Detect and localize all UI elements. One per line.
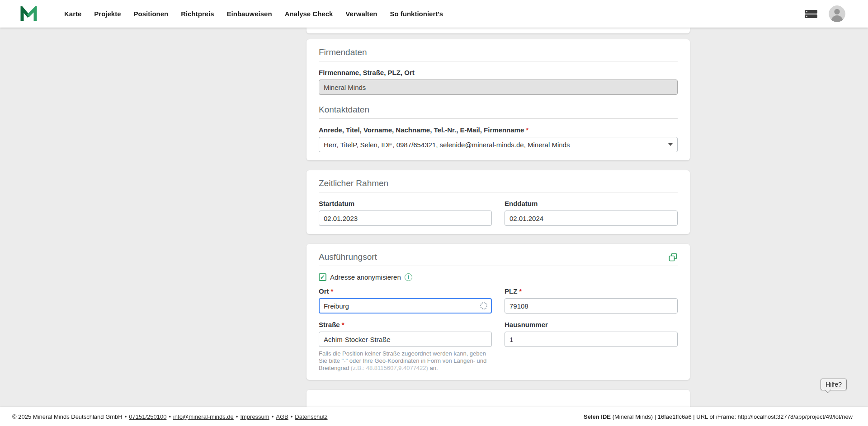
hint-suffix: an. <box>428 365 438 371</box>
startdatum-field: Startdatum <box>319 200 492 226</box>
user-avatar[interactable] <box>829 5 845 22</box>
hausnummer-input[interactable] <box>505 332 678 347</box>
separator-dot: • <box>291 413 293 420</box>
strasse-field: Straße* Falls die Position keiner Straße… <box>319 321 492 372</box>
ort-input[interactable] <box>319 298 492 314</box>
plz-field: PLZ* <box>505 287 678 314</box>
strasse-input[interactable] <box>319 332 492 347</box>
server-icon[interactable] <box>804 9 818 19</box>
company-input <box>319 80 678 95</box>
enddatum-field: Enddatum <box>505 200 678 226</box>
required-asterisk: * <box>519 287 522 295</box>
contact-select[interactable]: Herr, TitelP, Selen, IDE, 0987/654321, s… <box>319 137 678 152</box>
startdatum-label-text: Startdatum <box>319 200 354 207</box>
main-content: Firmendaten Firmenname, Straße, PLZ, Ort… <box>307 28 690 410</box>
separator-dot: • <box>272 413 274 420</box>
zeitlicher-rahmen-title: Zeitlicher Rahmen <box>319 178 678 192</box>
ort-plz-row: Ort* PLZ* <box>319 287 678 314</box>
card-firmendaten: Firmendaten Firmenname, Straße, PLZ, Ort… <box>307 39 690 160</box>
ort-input-wrap <box>319 298 492 314</box>
separator-dot: • <box>236 413 238 420</box>
company-label: Firmenname, Straße, PLZ, Ort <box>319 69 678 76</box>
company-label-text: Firmenname, Straße, PLZ, Ort <box>319 69 415 76</box>
strasse-hausnummer-row: Straße* Falls die Position keiner Straße… <box>319 321 678 372</box>
copy-icon[interactable] <box>668 253 678 262</box>
nav-item-verwalten[interactable]: Verwalten <box>345 10 377 18</box>
hausnummer-label: Hausnummer <box>505 321 678 328</box>
nav-item-positionen[interactable]: Positionen <box>134 10 169 18</box>
plz-label-text: PLZ <box>505 287 517 295</box>
required-asterisk: * <box>331 287 334 295</box>
hausnummer-label-text: Hausnummer <box>505 321 548 328</box>
nav-item-karte[interactable]: Karte <box>64 10 81 18</box>
footer-left: © 2025 Mineral Minds Deutschland GmbH • … <box>12 413 328 420</box>
ort-label-text: Ort <box>319 287 329 295</box>
ide-label: Selen IDE <box>584 413 611 420</box>
enddatum-input[interactable] <box>505 211 678 226</box>
card-zeitlicher-rahmen: Zeitlicher Rahmen Startdatum Enddatum <box>307 170 690 234</box>
company-field: Firmenname, Straße, PLZ, Ort <box>319 69 678 95</box>
separator-dot: • <box>125 413 127 420</box>
footer-link-email[interactable]: info@mineral-minds.de <box>173 413 234 420</box>
date-row: Startdatum Enddatum <box>319 200 678 226</box>
nav-item-projekte[interactable]: Projekte <box>94 10 121 18</box>
ausfuehrungsort-title-row: Ausführungsort <box>319 252 678 266</box>
plz-label: PLZ* <box>505 287 678 295</box>
ort-label: Ort* <box>319 287 492 295</box>
nav-item-analyse-check[interactable]: Analyse Check <box>285 10 333 18</box>
checkmark-icon: ✓ <box>320 274 325 280</box>
startdatum-label: Startdatum <box>319 200 492 207</box>
nav-item-richtpreis[interactable]: Richtpreis <box>181 10 214 18</box>
separator-dot: • <box>169 413 171 420</box>
copyright-text: © 2025 Mineral Minds Deutschland GmbH <box>12 413 123 420</box>
card-ausfuehrungsort: Ausführungsort ✓ Adresse anonymisieren i… <box>307 244 690 380</box>
firmendaten-title: Firmendaten <box>319 47 678 61</box>
anonymize-row: ✓ Adresse anonymisieren i <box>319 273 678 281</box>
ausfuehrungsort-title: Ausführungsort <box>319 252 377 262</box>
footer-right: Selen IDE (Mineral Minds) | 16fae1ffc6a6… <box>584 413 853 420</box>
footer: © 2025 Mineral Minds Deutschland GmbH • … <box>0 407 868 426</box>
enddatum-label: Enddatum <box>505 200 678 207</box>
info-icon[interactable]: i <box>405 273 412 281</box>
footer-link-phone[interactable]: 07151/250100 <box>129 413 166 420</box>
startdatum-input[interactable] <box>319 211 492 226</box>
ort-field: Ort* <box>319 287 492 314</box>
kontaktdaten-title: Kontaktdaten <box>319 105 678 119</box>
contact-select-value: Herr, TitelP, Selen, IDE, 0987/654321, s… <box>324 141 570 149</box>
chevron-down-icon <box>668 143 673 146</box>
required-asterisk: * <box>526 126 528 134</box>
footer-link-agb[interactable]: AGB <box>276 413 288 420</box>
nav-item-so-funktionierts[interactable]: So funktioniert's <box>390 10 443 18</box>
hausnummer-field: Hausnummer <box>505 321 678 372</box>
person-icon <box>829 5 845 22</box>
top-navbar: Karte Projekte Positionen Richtpreis Ein… <box>0 0 868 28</box>
footer-link-impressum[interactable]: Impressum <box>240 413 269 420</box>
card-partial-top <box>307 28 690 33</box>
required-asterisk: * <box>342 321 344 328</box>
strasse-label: Straße* <box>319 321 492 328</box>
anonymize-label: Adresse anonymisieren <box>330 273 401 281</box>
app-logo[interactable] <box>20 5 39 23</box>
footer-link-datenschutz[interactable]: Datenschutz <box>295 413 327 420</box>
hint-example: (z.B.: 48.8115607,9.4077422) <box>351 365 428 371</box>
plz-input[interactable] <box>505 298 678 314</box>
anonymize-checkbox[interactable]: ✓ <box>319 273 326 281</box>
contact-label: Anrede, Titel, Vorname, Nachname, Tel.-N… <box>319 126 678 134</box>
strasse-label-text: Straße <box>319 321 340 328</box>
navbar-right <box>804 5 845 22</box>
nav-item-einbauweisen[interactable]: Einbauweisen <box>227 10 272 18</box>
main-nav: Karte Projekte Positionen Richtpreis Ein… <box>64 10 443 18</box>
logo-m-icon <box>20 6 38 22</box>
enddatum-label-text: Enddatum <box>505 200 538 207</box>
help-button[interactable]: Hilfe? <box>821 379 847 390</box>
contact-label-text: Anrede, Titel, Vorname, Nachname, Tel.-N… <box>319 126 524 134</box>
contact-field: Anrede, Titel, Vorname, Nachname, Tel.-N… <box>319 126 678 152</box>
loading-spinner <box>480 302 487 309</box>
strasse-hint: Falls die Position keiner Straße zugeord… <box>319 350 492 372</box>
ide-info: (Mineral Minds) | 16fae1ffc6a6 | URL of … <box>611 413 853 420</box>
